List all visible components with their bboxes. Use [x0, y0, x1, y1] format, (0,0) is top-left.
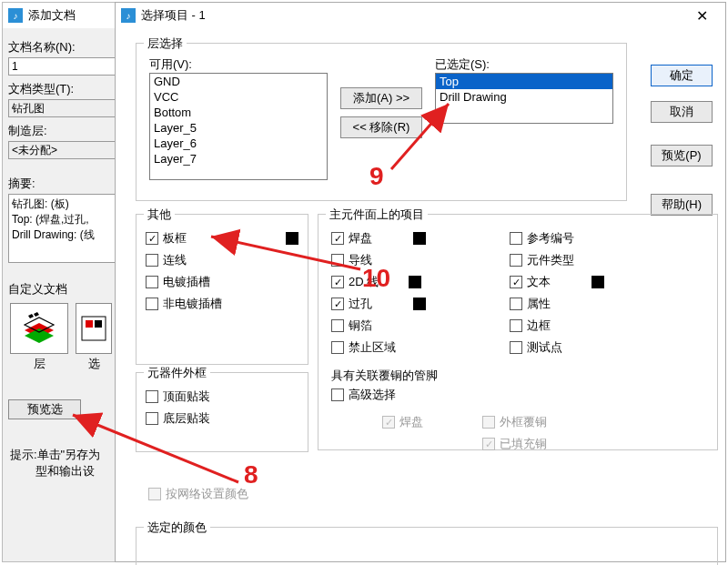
- chk-plated-slot[interactable]: 电镀插槽: [146, 271, 298, 293]
- layer-stack-icon: [19, 310, 59, 347]
- chk-attr[interactable]: 属性: [510, 293, 692, 315]
- chk-outline-copper-dis: 外框覆铜: [482, 411, 547, 433]
- chk-top-mount[interactable]: 顶面贴装: [146, 386, 298, 408]
- chk-board-frame[interactable]: 板框: [146, 227, 298, 249]
- chk-nonplated-slot[interactable]: 非电镀插槽: [146, 293, 298, 315]
- selected-label: 已选定(S):: [435, 56, 490, 73]
- chk-refdes[interactable]: 参考编号: [510, 227, 692, 249]
- list-item[interactable]: VCC: [150, 89, 327, 105]
- list-item[interactable]: Layer_5: [150, 120, 327, 136]
- svg-rect-3: [82, 317, 106, 340]
- list-item[interactable]: Layer_6: [150, 136, 327, 151]
- chk-comp-type[interactable]: 元件类型: [510, 249, 692, 271]
- outline-group: 元器件外框 顶面贴装 底层贴装: [136, 372, 308, 452]
- chk-keepout[interactable]: 禁止区域: [331, 337, 513, 358]
- select-items-title: 选择项目 - 1: [141, 7, 206, 24]
- available-list[interactable]: GND VCC Bottom Layer_5 Layer_6 Layer_7: [149, 73, 328, 180]
- chk-trace[interactable]: 导线: [331, 249, 513, 271]
- color-swatch[interactable]: [286, 232, 298, 245]
- remove-button[interactable]: << 移除(R): [340, 116, 422, 138]
- layer-select-group: 层选择 可用(V): GND VCC Bottom Layer_5 Layer_…: [136, 43, 627, 201]
- chk-adv-sel[interactable]: 高级选择: [331, 384, 396, 406]
- add-doc-title: 添加文档: [28, 7, 76, 24]
- app-icon: ♪: [8, 8, 23, 23]
- layer-caption: 层: [8, 356, 70, 372]
- cancel-button[interactable]: 取消: [651, 101, 713, 123]
- preview-button[interactable]: 预览(P): [651, 145, 713, 166]
- select-items-dialog: ♪ 选择项目 - 1 ✕ 层选择 可用(V): GND VCC Bottom L…: [115, 2, 726, 562]
- main-items-legend: 主元件面上的项目: [326, 207, 428, 223]
- help-button[interactable]: 帮助(H): [651, 194, 713, 216]
- available-label: 可用(V):: [149, 56, 192, 73]
- add-button[interactable]: 添加(A) >>: [340, 87, 422, 109]
- selected-colors-group: 选定的颜色: [136, 527, 718, 565]
- chk-via[interactable]: 过孔: [331, 293, 513, 315]
- chk-text[interactable]: 文本: [510, 271, 692, 293]
- list-item[interactable]: Bottom: [150, 105, 327, 120]
- chk-pad[interactable]: 焊盘: [331, 227, 513, 249]
- list-item[interactable]: Layer_7: [150, 151, 327, 166]
- pin-group-label: 具有关联覆铜的管脚: [331, 368, 438, 384]
- color-swatch[interactable]: [592, 276, 604, 288]
- selected-list[interactable]: Top Drill Drawing: [435, 73, 613, 124]
- chk-filled-copper-dis: 已填充铜: [482, 433, 547, 455]
- chk-by-net-color: 按网络设置颜色: [148, 483, 248, 505]
- list-item[interactable]: GND: [150, 74, 327, 89]
- chk-2d-line[interactable]: 2D 线: [331, 271, 513, 293]
- layer-select-legend: 层选择: [144, 35, 187, 52]
- select-items-titlebar: ♪ 选择项目 - 1 ✕: [116, 3, 725, 28]
- outline-legend: 元器件外框: [144, 365, 210, 381]
- ok-button[interactable]: 确定: [651, 65, 713, 86]
- list-item[interactable]: Drill Drawing: [436, 89, 612, 105]
- app-icon: ♪: [121, 8, 136, 23]
- close-button[interactable]: ✕: [683, 3, 720, 28]
- color-swatch[interactable]: [413, 232, 426, 245]
- color-swatch[interactable]: [409, 276, 421, 288]
- chk-pad-dis: 焊盘: [382, 411, 423, 433]
- svg-rect-5: [95, 320, 102, 328]
- chk-border[interactable]: 边框: [510, 315, 692, 337]
- other-legend: 其他: [144, 207, 175, 223]
- chk-bottom-mount[interactable]: 底层贴装: [146, 408, 298, 429]
- sel-button[interactable]: [76, 303, 112, 354]
- chk-testpoint[interactable]: 测试点: [510, 337, 692, 358]
- selected-colors-legend: 选定的颜色: [144, 520, 210, 536]
- sel-caption: 选: [74, 356, 114, 372]
- chk-copper[interactable]: 铜箔: [331, 315, 513, 337]
- preview-sel-button[interactable]: 预览选: [8, 399, 81, 419]
- main-items-group: 主元件面上的项目 焊盘 导线 2D 线 过孔 铜箔 禁止区域 参考编号 元件类型…: [318, 214, 718, 450]
- svg-rect-4: [86, 320, 93, 328]
- layer-stack-button[interactable]: [10, 303, 68, 354]
- list-item[interactable]: Top: [436, 74, 612, 89]
- chk-connect[interactable]: 连线: [146, 249, 298, 271]
- sel-icon: [80, 315, 107, 342]
- color-swatch[interactable]: [413, 298, 426, 310]
- other-group: 其他 板框 连线 电镀插槽 非电镀插槽: [136, 214, 308, 365]
